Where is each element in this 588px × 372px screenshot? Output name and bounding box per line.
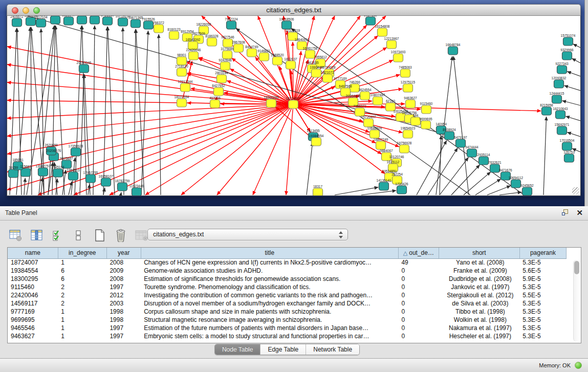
graph-node-17957255[interactable] xyxy=(86,174,96,183)
graph-node-22420046[interactable] xyxy=(189,52,199,60)
graph-node-3624554[interactable] xyxy=(360,92,370,100)
graph-node-9146821[interactable] xyxy=(259,53,269,61)
network-window-titlebar[interactable]: citations_edges.txt xyxy=(7,4,581,16)
graph-node-9242848[interactable] xyxy=(221,62,230,70)
graph-node-12213967[interactable] xyxy=(387,40,397,49)
graph-node-2935114[interactable] xyxy=(479,157,489,165)
table-selector-combobox[interactable]: citations_edges.txt xyxy=(147,229,348,240)
graph-node-12213344[interactable] xyxy=(181,83,190,92)
graph-node-1621072[interactable] xyxy=(323,74,333,82)
graph-node-7915526[interactable] xyxy=(144,21,154,29)
column-header-in_degree[interactable]: in_degree xyxy=(58,248,106,258)
graph-node-1945194[interactable] xyxy=(53,169,63,177)
graph-node-18107554[interactable] xyxy=(177,99,187,107)
graph-node-18317[interactable] xyxy=(313,188,323,196)
minimize-window-button[interactable] xyxy=(23,7,29,14)
graph-node-9474444[interactable] xyxy=(467,149,477,157)
graph-node-15751074[interactable] xyxy=(563,37,573,46)
float-panel-icon[interactable] xyxy=(562,209,569,216)
table-scrollbar[interactable] xyxy=(573,260,580,342)
graph-node-126753[interactable] xyxy=(564,154,574,162)
graph-node-8186328[interactable] xyxy=(207,38,217,46)
graph-node-9227343[interactable] xyxy=(557,65,567,74)
show-columns-button[interactable] xyxy=(29,228,45,243)
graph-node-16154808[interactable] xyxy=(378,28,387,36)
table-row[interactable]: 977716911998Corpus callosum shape and si… xyxy=(8,308,567,316)
graph-node-8160123[interactable] xyxy=(169,31,179,39)
column-header-out_de[interactable]: △out_de… xyxy=(398,248,439,258)
zoom-window-button[interactable] xyxy=(33,7,40,14)
graph-node-16671365[interactable] xyxy=(131,19,141,28)
graph-node-8454749[interactable] xyxy=(247,49,257,57)
network-canvas[interactable]: 2405572185512418121042069143681310471095… xyxy=(7,16,580,196)
graph-node-14136141[interactable] xyxy=(379,182,389,190)
graph-node-766372[interactable] xyxy=(154,25,164,33)
new-document-button[interactable] xyxy=(92,228,107,243)
table-row[interactable]: 1456911722003Disruption of a novel membe… xyxy=(8,299,567,308)
graph-node-9329966[interactable] xyxy=(562,52,572,60)
graph-node-10953287[interactable] xyxy=(77,16,87,24)
tab-network-table[interactable]: Network Table xyxy=(306,344,359,355)
graph-node-20053346[interactable] xyxy=(79,64,89,73)
graph-node-7485063[interactable] xyxy=(401,69,410,77)
graph-node-10807487[interactable] xyxy=(373,97,383,105)
graph-node-417006[interactable] xyxy=(210,100,220,108)
graph-node-8466160[interactable] xyxy=(103,17,113,25)
graph-node-6479197[interactable] xyxy=(456,139,466,147)
table-row[interactable]: 969969511998Structural magnetic resonanc… xyxy=(8,316,567,324)
graph-node-16782759[interactable] xyxy=(118,183,127,191)
tab-edge-table[interactable]: Edge Table xyxy=(260,344,306,355)
graph-node-17016504[interactable] xyxy=(562,142,572,150)
column-header-year[interactable]: year xyxy=(106,248,141,258)
graph-node-1527607[interactable] xyxy=(90,16,100,24)
graph-node-1822037[interactable] xyxy=(286,61,296,69)
graph-node-16210643[interactable] xyxy=(556,111,565,119)
column-header-name[interactable]: name xyxy=(8,248,58,258)
graph-node-7957224[interactable] xyxy=(227,21,236,29)
table-row[interactable]: 1872400712008Changes of HCN gene express… xyxy=(8,258,567,267)
window-resize-grip[interactable] xyxy=(572,187,579,194)
graph-node-16648784[interactable] xyxy=(448,47,458,55)
column-header-pagerank[interactable]: pagerank xyxy=(519,248,566,258)
graph-node-1733426[interactable] xyxy=(397,186,407,194)
graph-node-8427552[interactable] xyxy=(214,87,224,96)
graph-node-18724007[interactable] xyxy=(289,100,298,108)
table-row[interactable]: 1938455462009Genome-wide association stu… xyxy=(8,267,567,275)
graph-node-2087682[interactable] xyxy=(366,17,376,25)
graph-node-9827546[interactable] xyxy=(223,39,233,47)
graph-node-2405572[interactable] xyxy=(12,18,22,27)
graph-node-39159[interactable] xyxy=(9,169,18,178)
table-row[interactable]: 946554611997Estimation of the future num… xyxy=(8,324,567,332)
graph-node-19654923[interactable] xyxy=(403,130,413,138)
graph-node-12444415[interactable] xyxy=(552,95,562,103)
graph-node-8938924[interactable] xyxy=(445,132,454,140)
graph-node-15692971[interactable] xyxy=(557,126,567,135)
close-panel-icon[interactable]: ✕ xyxy=(576,209,583,216)
graph-node-9699695[interactable] xyxy=(421,121,431,129)
graph-node-10719155[interactable] xyxy=(118,18,128,26)
table-scrollbar-thumb[interactable] xyxy=(574,261,579,274)
graph-node-7632621[interactable] xyxy=(490,164,500,172)
graph-node-19756928[interactable] xyxy=(400,145,409,153)
column-header-short[interactable]: short xyxy=(439,248,519,258)
graph-node-2803144[interactable] xyxy=(217,75,227,83)
graph-node-8215958[interactable] xyxy=(542,107,552,115)
table-row[interactable]: 2242004622012Investigating the contribut… xyxy=(8,291,567,299)
delete-button[interactable] xyxy=(113,228,128,243)
column-header-title[interactable]: title xyxy=(141,248,398,258)
graph-node-10973493[interactable] xyxy=(394,54,403,62)
graph-node-2867608[interactable] xyxy=(234,44,244,52)
table-row[interactable]: 911546021997Tourette syndrome. Phenomeno… xyxy=(8,283,567,291)
graph-node-12093832[interactable] xyxy=(554,80,564,88)
table-row[interactable]: 946362711997Embryonic stem cells: a mode… xyxy=(8,332,567,340)
graph-node-20691436[interactable] xyxy=(51,16,60,24)
graph-node-19384554[interactable] xyxy=(312,138,321,146)
clear-selection-button[interactable] xyxy=(71,228,86,243)
graph-node-9245652[interactable] xyxy=(522,187,532,195)
graph-node-8131047[interactable] xyxy=(64,17,74,25)
table-row[interactable]: 1830029562008Estimation of significance … xyxy=(8,275,567,283)
graph-node-1812104[interactable] xyxy=(36,19,46,27)
graph-node-12975115[interactable] xyxy=(403,84,413,92)
table-settings-button[interactable] xyxy=(8,228,24,243)
tab-node-table[interactable]: Node Table xyxy=(215,344,261,355)
